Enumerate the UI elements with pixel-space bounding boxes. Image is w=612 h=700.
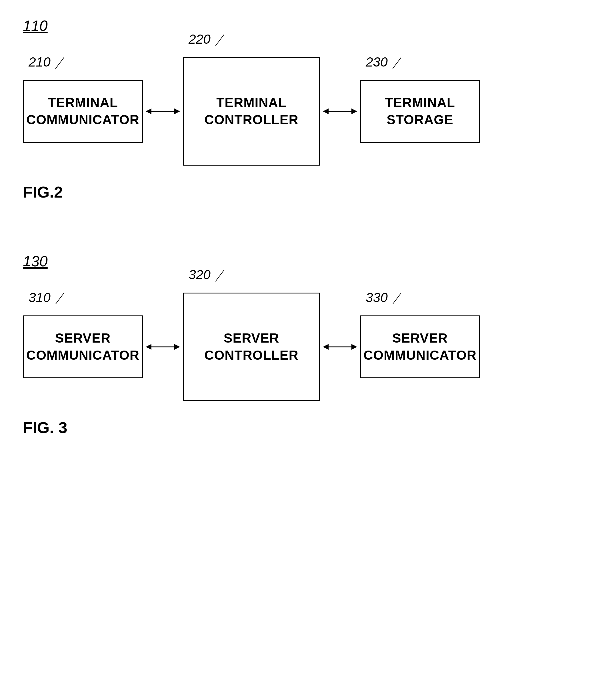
server-communicator-310-label: SERVERCOMMUNICATOR: [26, 330, 139, 364]
terminal-controller-label: TERMINALCONTROLLER: [204, 94, 298, 128]
svg-line-8: [392, 57, 401, 69]
arrow-310-320: [143, 343, 183, 351]
svg-marker-7: [351, 109, 357, 114]
page: 110 210 TERMINALCOMMUNICATOR: [0, 0, 612, 700]
svg-marker-12: [174, 344, 180, 350]
terminal-storage-block: 230 TERMINALSTORAGE: [360, 80, 480, 143]
svg-marker-16: [351, 344, 357, 350]
fig2-label: FIG.2: [23, 183, 589, 201]
ref-320: 320: [189, 267, 224, 282]
svg-line-9: [55, 293, 64, 304]
svg-marker-3: [174, 109, 180, 114]
terminal-controller-box: TERMINALCONTROLLER: [183, 57, 320, 166]
svg-line-4: [215, 34, 224, 46]
svg-marker-6: [323, 109, 329, 114]
ref-220: 220: [189, 31, 224, 47]
server-communicator-330-label: SERVERCOMMUNICATOR: [363, 330, 476, 364]
server-controller-block: 320 SERVERCONTROLLER: [183, 292, 320, 401]
fig3-label: FIG. 3: [23, 418, 589, 437]
arrow-210-220: [143, 107, 183, 116]
server-communicator-330-block: 330 SERVERCOMMUNICATOR: [360, 315, 480, 378]
terminal-controller-block: 220 TERMINALCONTROLLER: [183, 57, 320, 166]
server-communicator-330-box: SERVERCOMMUNICATOR: [360, 315, 480, 378]
svg-line-13: [215, 270, 224, 282]
arrow-320-330: [320, 343, 360, 351]
svg-line-0: [55, 57, 64, 69]
fig2-section-ref: 110: [23, 17, 589, 34]
svg-marker-11: [146, 344, 151, 350]
server-controller-box: SERVERCONTROLLER: [183, 292, 320, 401]
arrow-220-230: [320, 107, 360, 116]
fig3-section-ref: 130: [23, 253, 589, 270]
fig2-section: 110 210 TERMINALCOMMUNICATOR: [23, 17, 589, 201]
fig3-section: 130 310 SERVERCOMMUNICATOR: [23, 253, 589, 437]
terminal-communicator-block: 210 TERMINALCOMMUNICATOR: [23, 80, 143, 143]
fig2-diagram: 210 TERMINALCOMMUNICATOR: [23, 57, 589, 166]
terminal-communicator-box: TERMINALCOMMUNICATOR: [23, 80, 143, 143]
server-communicator-310-box: SERVERCOMMUNICATOR: [23, 315, 143, 378]
terminal-communicator-label: TERMINALCOMMUNICATOR: [26, 94, 139, 128]
ref-210: 210: [29, 54, 64, 70]
svg-marker-2: [146, 109, 151, 114]
server-controller-label: SERVERCONTROLLER: [204, 330, 298, 364]
terminal-storage-box: TERMINALSTORAGE: [360, 80, 480, 143]
ref-330: 330: [366, 290, 401, 305]
fig3-diagram: 310 SERVERCOMMUNICATOR: [23, 292, 589, 401]
ref-230: 230: [366, 54, 401, 70]
terminal-storage-label: TERMINALSTORAGE: [385, 94, 455, 128]
server-communicator-310-block: 310 SERVERCOMMUNICATOR: [23, 315, 143, 378]
svg-line-17: [392, 293, 401, 304]
svg-marker-15: [323, 344, 329, 350]
ref-310: 310: [29, 290, 64, 305]
